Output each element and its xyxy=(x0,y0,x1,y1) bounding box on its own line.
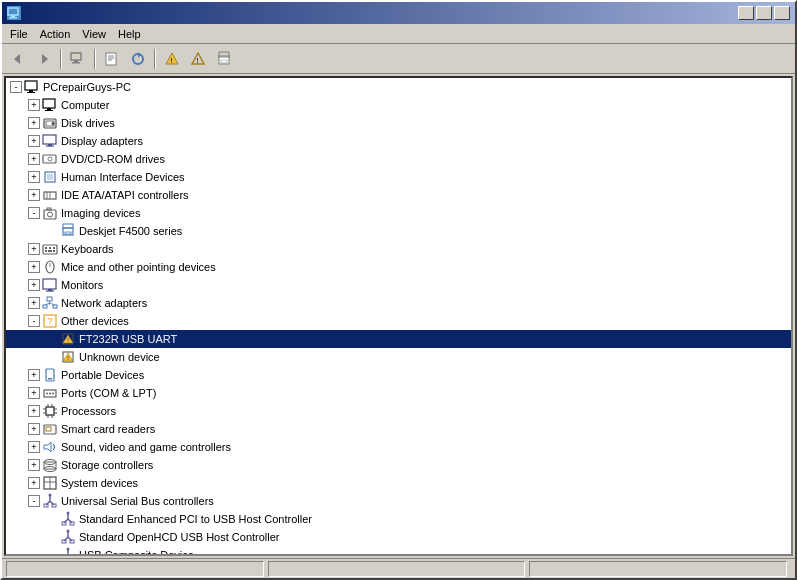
icon-usb-comp1 xyxy=(60,547,76,556)
icon-ide xyxy=(42,187,58,203)
expander-smartcard[interactable]: + xyxy=(28,423,40,435)
icon-portable xyxy=(42,367,58,383)
tree-item-keyboards[interactable]: + Keyboards xyxy=(6,240,791,258)
tree-item-mice[interactable]: + Mice and other pointing devices xyxy=(6,258,791,276)
expander-display[interactable]: + xyxy=(28,135,40,147)
svg-rect-8 xyxy=(106,53,116,65)
svg-point-28 xyxy=(52,122,55,125)
tree-item-other[interactable]: - ? Other devices xyxy=(6,312,791,330)
expander-storage[interactable]: + xyxy=(28,459,40,471)
expander-usb-comp1 xyxy=(46,549,58,556)
expander-other[interactable]: - xyxy=(28,315,40,327)
toolbar: ! ! xyxy=(2,44,795,74)
tree-item-unknown[interactable]: ! Unknown device xyxy=(6,348,791,366)
tree-item-usb-std-open[interactable]: Standard OpenHCD USB Host Controller xyxy=(6,528,791,546)
properties-button[interactable] xyxy=(100,47,124,71)
svg-rect-24 xyxy=(47,108,51,110)
forward-button[interactable] xyxy=(32,47,56,71)
tree-item-processors[interactable]: + Processors xyxy=(6,402,791,420)
maximize-button[interactable] xyxy=(756,6,772,20)
separator-3 xyxy=(154,49,156,69)
menu-file[interactable]: File xyxy=(4,26,34,42)
menu-view[interactable]: View xyxy=(76,26,112,42)
svg-rect-48 xyxy=(53,247,55,249)
expander-mice[interactable]: + xyxy=(28,261,40,273)
tree-item-display[interactable]: + Display adapters xyxy=(6,132,791,150)
svg-point-76 xyxy=(52,393,54,395)
icon-root xyxy=(24,79,40,95)
tree-item-computer[interactable]: + Computer xyxy=(6,96,791,114)
expander-ft232r xyxy=(46,333,58,345)
tree-item-dvd[interactable]: + DVD/CD-ROM drives xyxy=(6,150,791,168)
tree-item-usb-comp1[interactable]: USB Composite Device xyxy=(6,546,791,556)
expander-sound[interactable]: + xyxy=(28,441,40,453)
up-button[interactable] xyxy=(66,47,90,71)
expander-processors[interactable]: + xyxy=(28,405,40,417)
tree-item-storage[interactable]: + Storage controllers xyxy=(6,456,791,474)
expander-usb-ctrl[interactable]: - xyxy=(28,495,40,507)
tree-item-ports[interactable]: + Ports (COM & LPT) xyxy=(6,384,791,402)
close-button[interactable] xyxy=(774,6,790,20)
expander-hid[interactable]: + xyxy=(28,171,40,183)
tree-item-disk[interactable]: + Disk drives xyxy=(6,114,791,132)
svg-rect-96 xyxy=(44,504,48,507)
icon-imaging xyxy=(42,205,58,221)
expander-portable[interactable]: + xyxy=(28,369,40,381)
tree-item-ide[interactable]: + IDE ATA/ATAPI controllers xyxy=(6,186,791,204)
tree-item-ft232r[interactable]: ! FT232R USB UART xyxy=(6,330,791,348)
label-ports: Ports (COM & LPT) xyxy=(61,387,156,399)
expander-dvd[interactable]: + xyxy=(28,153,40,165)
rescan-button[interactable] xyxy=(126,47,150,71)
expander-network[interactable]: + xyxy=(28,297,40,309)
label-imaging: Imaging devices xyxy=(61,207,141,219)
expander-keyboards[interactable]: + xyxy=(28,243,40,255)
minimize-button[interactable] xyxy=(738,6,754,20)
expander-system[interactable]: + xyxy=(28,477,40,489)
label-computer: Computer xyxy=(61,99,109,111)
tree-item-root[interactable]: - PCrepairGuys-PC xyxy=(6,78,791,96)
expander-ide[interactable]: + xyxy=(28,189,40,201)
svg-line-62 xyxy=(50,303,56,305)
tree-item-imaging[interactable]: - Imaging devices xyxy=(6,204,791,222)
svg-rect-59 xyxy=(53,305,57,308)
expander-unknown xyxy=(46,351,58,363)
svg-point-74 xyxy=(46,393,48,395)
print-button[interactable] xyxy=(212,47,236,71)
icon-storage xyxy=(42,457,58,473)
icon-keyboards xyxy=(42,241,58,257)
tree-item-monitors[interactable]: + Monitors xyxy=(6,276,791,294)
refresh-button[interactable]: ! xyxy=(186,47,210,71)
svg-point-75 xyxy=(49,393,51,395)
tree-item-system[interactable]: + System devices xyxy=(6,474,791,492)
label-display: Display adapters xyxy=(61,135,143,147)
expander-root[interactable]: - xyxy=(10,81,22,93)
tree-item-sound[interactable]: + Sound, video and game controllers xyxy=(6,438,791,456)
tree-item-hid[interactable]: + Human Interface Devices xyxy=(6,168,791,186)
tree-item-usb-ctrl[interactable]: - Universal Serial Bus controllers xyxy=(6,492,791,510)
icon-system xyxy=(42,475,58,491)
expander-disk[interactable]: + xyxy=(28,117,40,129)
svg-rect-54 xyxy=(43,279,56,289)
svg-marker-4 xyxy=(42,54,48,64)
tree-item-network[interactable]: + Network adapters xyxy=(6,294,791,312)
icon-monitors xyxy=(42,277,58,293)
back-button[interactable] xyxy=(6,47,30,71)
status-bar xyxy=(2,558,795,578)
expander-ports[interactable]: + xyxy=(28,387,40,399)
tree-item-smartcard[interactable]: + Smart card readers xyxy=(6,420,791,438)
expander-monitors[interactable]: + xyxy=(28,279,40,291)
menu-help[interactable]: Help xyxy=(112,26,147,42)
device-tree[interactable]: - PCrepairGuys-PC + Computer + Disk driv… xyxy=(4,76,793,556)
label-smartcard: Smart card readers xyxy=(61,423,155,435)
tree-item-usb-std-enh[interactable]: Standard Enhanced PCI to USB Host Contro… xyxy=(6,510,791,528)
tree-item-deskjet[interactable]: Deskjet F4500 series xyxy=(6,222,791,240)
label-network: Network adapters xyxy=(61,297,147,309)
menu-action[interactable]: Action xyxy=(34,26,77,42)
expander-imaging[interactable]: - xyxy=(28,207,40,219)
expander-computer[interactable]: + xyxy=(28,99,40,111)
title-bar xyxy=(2,2,795,24)
tree-item-portable[interactable]: + Portable Devices xyxy=(6,366,791,384)
warning-button[interactable]: ! xyxy=(160,47,184,71)
icon-network xyxy=(42,295,58,311)
svg-rect-102 xyxy=(62,540,66,543)
